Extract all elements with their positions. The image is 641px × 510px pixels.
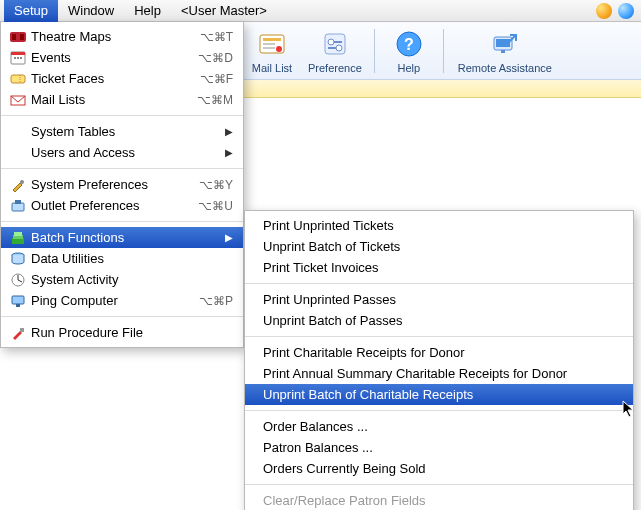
submenu-label: Orders Currently Being Sold [263, 461, 426, 476]
batch-functions-submenu: Print Unprinted Tickets Unprint Batch of… [244, 210, 634, 510]
menuitem-batch-functions[interactable]: Batch Functions ▶ [1, 227, 243, 248]
toolbar-label: Preference [308, 62, 362, 74]
menubar: Setup Window Help <User Master> [0, 0, 641, 22]
submenu-label: Unprint Batch of Passes [263, 313, 402, 328]
toolbar-separator [443, 29, 444, 73]
menuitem-shortcut: ⌥⌘Y [199, 178, 233, 192]
menu-divider [245, 336, 633, 337]
submenu-label: Print Charitable Receipts for Donor [263, 345, 465, 360]
menuitem-label: System Activity [31, 272, 233, 287]
svg-rect-23 [11, 75, 25, 83]
menuitem-data-utilities[interactable]: Data Utilities [1, 248, 243, 269]
menuitem-theatre-maps[interactable]: Theatre Maps ⌥⌘T [1, 26, 243, 47]
theatre-maps-icon [9, 28, 27, 46]
svg-text:?: ? [404, 36, 414, 53]
menuitem-label: Run Procedure File [31, 325, 233, 340]
menu-divider [1, 221, 243, 222]
preference-icon [319, 28, 351, 60]
menuitem-shortcut: ⌥⌘P [199, 294, 233, 308]
svg-rect-5 [325, 34, 345, 54]
mail-list-icon [256, 28, 288, 60]
menuitem-shortcut: ⌥⌘U [198, 199, 233, 213]
menu-divider [1, 316, 243, 317]
help-icon: ? [393, 28, 425, 60]
svg-rect-19 [11, 52, 25, 55]
blank-icon [9, 144, 27, 162]
submenu-arrow-icon: ▶ [225, 147, 233, 158]
menuitem-label: Mail Lists [31, 92, 197, 107]
submenu-item[interactable]: Order Balances ... [245, 416, 633, 437]
svg-point-9 [336, 45, 342, 51]
menu-setup[interactable]: Setup [4, 0, 58, 22]
ping-computer-icon [9, 292, 27, 310]
submenu-item[interactable]: Patron Balances ... [245, 437, 633, 458]
menuitem-label: Users and Access [31, 145, 219, 160]
menu-divider [245, 410, 633, 411]
menuitem-outlet-preferences[interactable]: Outlet Preferences ⌥⌘U [1, 195, 243, 216]
svg-rect-13 [496, 39, 510, 47]
status-orb-orange [596, 3, 612, 19]
menuitem-ping-computer[interactable]: Ping Computer ⌥⌘P [1, 290, 243, 311]
submenu-item[interactable]: Unprint Batch of Passes [245, 310, 633, 331]
menuitem-ticket-faces[interactable]: Ticket Faces ⌥⌘F [1, 68, 243, 89]
svg-rect-36 [20, 328, 24, 332]
menuitem-label: System Tables [31, 124, 219, 139]
menuitem-system-tables[interactable]: System Tables ▶ [1, 121, 243, 142]
menu-user-master[interactable]: <User Master> [171, 0, 277, 22]
mail-lists-icon [9, 91, 27, 109]
menu-help[interactable]: Help [124, 0, 171, 22]
submenu-label: Clear/Replace Patron Fields [263, 493, 426, 508]
svg-rect-27 [12, 203, 24, 211]
svg-rect-16 [12, 34, 16, 40]
submenu-arrow-icon: ▶ [225, 126, 233, 137]
submenu-label: Print Ticket Invoices [263, 260, 379, 275]
system-activity-icon [9, 271, 27, 289]
menuitem-label: Events [31, 50, 198, 65]
menu-window[interactable]: Window [58, 0, 124, 22]
submenu-item[interactable]: Print Charitable Receipts for Donor [245, 342, 633, 363]
menuitem-label: System Preferences [31, 177, 199, 192]
menuitem-shortcut: ⌥⌘T [200, 30, 233, 44]
svg-rect-28 [15, 200, 21, 204]
menuitem-users-and-access[interactable]: Users and Access ▶ [1, 142, 243, 163]
submenu-label: Order Balances ... [263, 419, 368, 434]
submenu-item[interactable]: Print Unprinted Passes [245, 289, 633, 310]
run-procedure-icon [9, 324, 27, 342]
svg-rect-1 [263, 38, 281, 41]
toolbar-preference[interactable]: Preference [302, 26, 368, 76]
submenu-item[interactable]: Print Annual Summary Charitable Receipts… [245, 363, 633, 384]
status-orb-blue [618, 3, 634, 19]
submenu-label: Unprint Batch of Tickets [263, 239, 400, 254]
submenu-label: Print Unprinted Tickets [263, 218, 394, 233]
submenu-arrow-icon: ▶ [225, 232, 233, 243]
toolbar-remote-assistance[interactable]: Remote Assistance [450, 26, 560, 76]
batch-functions-icon [9, 229, 27, 247]
menuitem-shortcut: ⌥⌘F [200, 72, 233, 86]
menuitem-label: Data Utilities [31, 251, 233, 266]
submenu-item[interactable]: Print Ticket Invoices [245, 257, 633, 278]
menuitem-label: Theatre Maps [31, 29, 200, 44]
menuitem-system-activity[interactable]: System Activity [1, 269, 243, 290]
ticket-faces-icon [9, 70, 27, 88]
menuitem-label: Batch Functions [31, 230, 219, 245]
toolbar-separator [374, 29, 375, 73]
menuitem-run-procedure-file[interactable]: Run Procedure File [1, 322, 243, 343]
menu-divider [245, 283, 633, 284]
svg-rect-21 [17, 57, 19, 59]
submenu-label: Print Unprinted Passes [263, 292, 396, 307]
svg-rect-35 [16, 304, 20, 307]
system-preferences-icon [9, 176, 27, 194]
submenu-label: Unprint Batch of Charitable Receipts [263, 387, 473, 402]
submenu-item[interactable]: Print Unprinted Tickets [245, 215, 633, 236]
menuitem-mail-lists[interactable]: Mail Lists ⌥⌘M [1, 89, 243, 110]
submenu-item-unprint-charitable-receipts[interactable]: Unprint Batch of Charitable Receipts [245, 384, 633, 405]
menuitem-events[interactable]: Events ⌥⌘D [1, 47, 243, 68]
submenu-item[interactable]: Unprint Batch of Tickets [245, 236, 633, 257]
submenu-label: Patron Balances ... [263, 440, 373, 455]
submenu-item-clear-replace-patron-fields: Clear/Replace Patron Fields [245, 490, 633, 510]
toolbar-help[interactable]: ? Help [381, 26, 437, 76]
submenu-item[interactable]: Orders Currently Being Sold [245, 458, 633, 479]
menuitem-system-preferences[interactable]: System Preferences ⌥⌘Y [1, 174, 243, 195]
submenu-label: Print Annual Summary Charitable Receipts… [263, 366, 567, 381]
toolbar-mail-list[interactable]: Mail List [244, 26, 300, 76]
